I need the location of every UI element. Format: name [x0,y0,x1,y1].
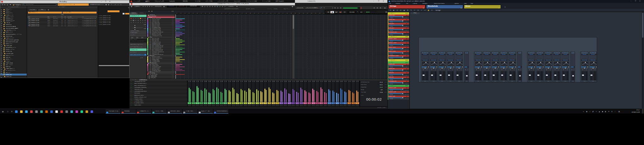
track-mini-btn-1[interactable] [172,52,173,52]
channel-fader-bar[interactable] [389,74,403,75]
minimize-icon[interactable]: ─ [630,0,631,2]
cycle-button[interactable]: ⟳ [327,11,330,13]
strip-btn-2[interactable] [262,81,263,82]
strip-btn-2[interactable] [222,81,223,82]
strip-plugin-chip[interactable]: Kontakt [422,54,429,55]
strip-mini-dot[interactable] [503,68,504,69]
strip-solo-button[interactable]: S [467,69,469,71]
solo-button[interactable]: S [144,6,146,8]
routing-icon[interactable]: ▭ [136,37,138,38]
strip-slot-2[interactable] [553,58,561,59]
channel-mute[interactable] [406,28,407,29]
channel-mute[interactable] [406,87,407,88]
strip-pan-display[interactable] [475,61,482,66]
lock-icon[interactable]: 🔒 [427,9,430,12]
expand-arrow-icon[interactable]: ▸ [3,15,3,16]
vep-channel[interactable]: Viola CT_SFOKontaktOUT 17 / OUT 18 [388,96,409,100]
strip-btn-2[interactable] [353,81,355,82]
column-header[interactable]: 変更日時 [67,17,81,18]
strip-btn-2[interactable] [358,81,359,82]
visible-channel-row[interactable]: ✓Bass Trombones a2_S [130,85,187,86]
folder-tree-item[interactable]: Noise_ノイズ [0,59,27,60]
strip-fader-zone[interactable] [447,71,454,81]
strip-btn-1[interactable] [344,81,345,82]
track-mini-btn-1[interactable] [172,26,173,26]
strip-pan-display[interactable] [492,61,499,66]
layout-button[interactable]: ≡ [9,3,12,6]
channel-mute[interactable] [406,42,407,43]
strip-btn-1[interactable] [288,81,289,82]
meter-strip[interactable]: VaC [216,81,219,106]
fader-cap[interactable] [537,75,539,76]
strip-solo-button[interactable]: S [504,69,508,71]
channel-mute[interactable] [406,23,407,24]
detail-icon[interactable]: ⊡ [120,4,122,6]
strip-mute-button[interactable]: M [509,69,512,71]
strip-volume-bar[interactable] [500,66,508,68]
vep-instance-tab[interactable]: Woodwinds♪🔒 [426,5,463,9]
folder-tree-item[interactable]: Knob_ノブ [0,10,27,12]
channel-solo[interactable] [408,72,408,73]
menu-item[interactable]: トランスポート(T) [217,1,234,3]
strip-btn-1[interactable] [328,81,329,82]
inspector-mini-button[interactable] [144,18,146,19]
menu-item[interactable]: ウィンドウ(N) [262,1,276,3]
automation-dropdown[interactable]: ⟲ タッチ ▾ [154,6,162,8]
strip-mini-dot[interactable] [486,68,487,69]
strip-mini-dot[interactable] [584,68,585,69]
folder-tree-item[interactable]: ▸Metal_金属 [0,45,27,47]
strip-slot-2[interactable] [590,58,597,59]
fader-cap[interactable] [493,75,495,76]
strip-pan-display[interactable] [562,61,569,66]
strip-mini-dot[interactable] [442,68,442,69]
strip-solo-button[interactable]: S [434,69,437,71]
strip-fader-zone[interactable] [475,71,482,81]
vep-group-header[interactable]: ——SFO CT—— [388,85,409,87]
channel-plugin-chip[interactable]: Kontakt [390,79,393,80]
channel-solo[interactable] [408,23,408,24]
event-block[interactable] [175,54,182,55]
strip-mini-dot[interactable] [495,68,496,69]
strip-btn-1[interactable] [280,81,281,82]
arrangement-grid[interactable] [175,14,387,79]
event-block[interactable] [175,22,185,23]
strip-btn-2[interactable] [346,81,347,82]
strip-in-1[interactable] [546,52,548,53]
event-block[interactable] [175,58,180,59]
strip-fader-zone[interactable] [500,71,508,81]
preview-hscrollbar[interactable] [99,65,130,66]
vep-menu-item[interactable]: Transport [422,3,434,5]
strip-in-2[interactable] [434,52,436,53]
vep-menu-item[interactable]: Options [454,3,464,5]
strip-btn-2[interactable] [258,81,259,82]
routing-row[interactable]: プラグイン [130,35,147,36]
strip-in-1[interactable] [509,52,512,53]
strip-mini-dot[interactable] [459,68,459,69]
vep-scrollbar[interactable] [642,12,644,109]
folder-icon[interactable]: 🗁 [399,9,402,12]
channel-plugin-chip[interactable]: Kontakt [390,75,393,76]
channel-fader-bar[interactable] [389,78,403,79]
column-header[interactable]: パス [81,17,97,18]
expand-arrow-icon[interactable]: ▸ [3,22,3,23]
project-vscrollbar[interactable] [292,14,294,79]
strip-btn-2[interactable] [242,81,243,82]
inspector-section[interactable]: ▸ エクスプレッションマップ [130,43,147,46]
strip-in-2[interactable] [532,52,534,53]
track-name-chip[interactable]: ▾ Cymbal_FX..SD [130,15,147,17]
track-mini-btn-1[interactable] [172,28,173,29]
track-mini-btn-2[interactable] [174,39,174,40]
track-mini-btn-2[interactable] [174,54,174,55]
tray-icon[interactable]: ◧ [604,110,607,113]
track-mini-btn-2[interactable] [174,41,174,41]
vep-channel[interactable]: Cello CT_SEC3KontaktOUT 17 / OUT 18 [388,51,409,55]
tray-icon[interactable]: ● [601,110,604,113]
track-mini-btn-2[interactable] [174,57,174,57]
routing-icon[interactable]: ▭ [146,37,147,38]
track-mini-btn-2[interactable] [174,27,174,28]
vep-channel[interactable]: Viola_SEC3KontaktOUT 1 / OUT 2 [388,23,409,27]
attribute-button[interactable]: 属性 [38,9,47,11]
inspector-section[interactable]: ▸ クイックコントロール [130,54,147,56]
strip-slot-1[interactable] [475,56,482,58]
play-button[interactable]: ▸ [337,7,339,9]
